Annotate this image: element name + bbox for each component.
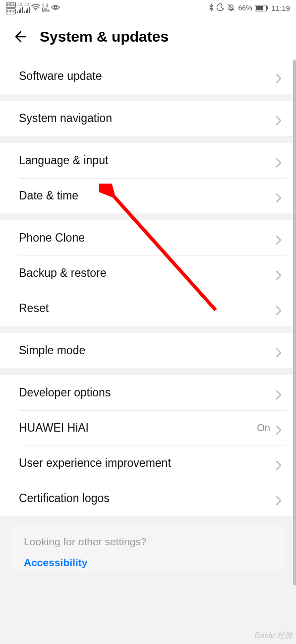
clock-time: 11:19 <box>271 4 290 12</box>
settings-item-certification-logos[interactable]: Certification logos <box>0 481 296 516</box>
item-label: Software update <box>19 69 102 83</box>
item-label: System navigation <box>19 112 112 125</box>
signal-1-icon <box>17 7 23 13</box>
settings-item-software-update[interactable]: Software update <box>0 59 296 94</box>
chevron-right-icon <box>275 389 282 396</box>
page-header: System & updates <box>0 16 296 59</box>
settings-item-system-navigation[interactable]: System navigation <box>0 101 296 136</box>
chevron-right-icon <box>275 460 282 467</box>
settings-item-language-input[interactable]: Language & input <box>0 143 296 178</box>
item-label: Developer options <box>19 386 111 399</box>
item-label: Language & input <box>19 154 108 167</box>
signal-2-icon <box>24 7 30 13</box>
network-2-label: 4G <box>24 3 30 7</box>
chevron-right-icon <box>275 347 282 354</box>
status-bar: HD1 HD2 4G 4G 1.4 M/s 66% <box>0 0 296 16</box>
eye-icon <box>51 4 60 12</box>
settings-group: Developer options HUAWEI HiAI On User ex… <box>0 375 296 516</box>
chevron-right-icon <box>275 157 282 164</box>
chevron-right-icon <box>275 495 282 502</box>
bluetooth-icon <box>209 3 214 13</box>
back-button[interactable] <box>12 27 32 47</box>
item-label: Backup & restore <box>19 266 106 280</box>
settings-group: Language & input Date & time <box>0 143 296 213</box>
settings-item-simple-mode[interactable]: Simple mode <box>0 333 296 368</box>
svg-point-0 <box>35 9 36 10</box>
item-label: User experience improvement <box>19 456 171 470</box>
chevron-right-icon <box>275 193 282 199</box>
chevron-right-icon <box>275 235 282 242</box>
battery-icon <box>255 5 268 11</box>
watermark: Baidu 经验 <box>255 631 293 641</box>
hd2-icon: HD2 <box>6 8 16 14</box>
battery-percent: 66% <box>238 4 252 12</box>
settings-group: System navigation <box>0 101 296 136</box>
status-right: 66% 11:19 <box>209 3 290 13</box>
settings-item-date-time[interactable]: Date & time <box>0 178 296 213</box>
settings-item-phone-clone[interactable]: Phone Clone <box>0 220 296 256</box>
settings-group: Software update <box>0 59 296 94</box>
chevron-right-icon <box>275 115 282 122</box>
item-label: HUAWEI HiAI <box>19 421 89 435</box>
item-label: Reset <box>19 302 49 315</box>
scrollbar[interactable] <box>293 60 296 585</box>
settings-item-reset[interactable]: Reset <box>0 291 296 326</box>
chevron-right-icon <box>275 73 282 80</box>
item-value: On <box>257 422 270 434</box>
item-label: Simple mode <box>19 344 85 357</box>
settings-item-user-experience[interactable]: User experience improvement <box>0 446 296 481</box>
wifi-icon <box>31 4 40 12</box>
status-left: HD1 HD2 4G 4G 1.4 M/s <box>6 2 60 14</box>
svg-point-1 <box>55 6 57 9</box>
settings-item-huawei-hiai[interactable]: HUAWEI HiAI On <box>0 410 296 446</box>
network-1-label: 4G <box>17 3 23 7</box>
settings-item-backup-restore[interactable]: Backup & restore <box>0 256 296 291</box>
chevron-right-icon <box>275 425 282 432</box>
other-settings-card: Looking for other settings? Accessibilit… <box>10 523 286 574</box>
accessibility-link[interactable]: Accessibility <box>24 557 272 569</box>
mute-bell-icon <box>227 3 235 13</box>
item-label: Certification logos <box>19 492 110 505</box>
settings-group: Simple mode <box>0 333 296 368</box>
hd1-icon: HD1 <box>6 2 16 8</box>
chevron-right-icon <box>275 270 282 277</box>
item-label: Phone Clone <box>19 231 85 245</box>
item-label: Date & time <box>19 189 78 202</box>
back-arrow-icon <box>12 29 27 44</box>
settings-item-developer-options[interactable]: Developer options <box>0 375 296 410</box>
other-settings-prompt: Looking for other settings? <box>24 536 272 548</box>
chevron-right-icon <box>275 305 282 312</box>
page-title: System & updates <box>40 28 169 45</box>
net-speed-unit: M/s <box>42 8 50 12</box>
settings-group: Phone Clone Backup & restore Reset <box>0 220 296 326</box>
moon-icon <box>217 3 224 12</box>
